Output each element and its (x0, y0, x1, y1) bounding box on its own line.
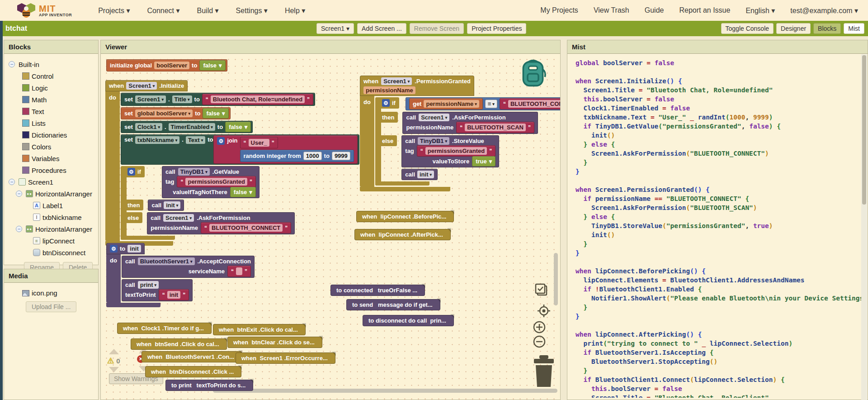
mutator-gear-icon[interactable]: ⚙ (382, 99, 390, 107)
collapsed-block-when-bluetoothserver1-con[interactable]: when BluetoothServer1 .Con... (142, 351, 242, 362)
block-logic-false[interactable]: false▾ (199, 60, 225, 71)
media-queue-icon[interactable] (533, 282, 549, 299)
block-logic-false[interactable]: false▾ (203, 108, 228, 119)
blocks-canvas[interactable]: initialize global boolServer to false▾ w… (101, 54, 560, 400)
remove-screen-button[interactable]: Remove Screen (410, 23, 464, 34)
menu-settings[interactable]: Settings ▾ (236, 6, 268, 15)
compare-op-dropdown[interactable]: =▾ (485, 100, 497, 108)
palette-item-procedures[interactable]: Procedures (4, 164, 98, 176)
collapsed-block-when-btndisconnect-click[interactable]: when btnDisconnect .Click ... (145, 366, 241, 377)
nav-link-my-projects[interactable]: My Projects (540, 6, 578, 14)
palette-item-label1[interactable]: ALabel1 (4, 200, 98, 211)
block-when-screen1-initialize[interactable]: when Screen1▾ .Initialize do set Screen1… (105, 80, 359, 246)
backpack-icon[interactable] (517, 57, 549, 90)
block-text-string[interactable]: “BLUETOOTH_CONNECT” (500, 98, 560, 110)
block-join[interactable]: ⚙ join “User_” random integer from 1000 … (213, 135, 357, 164)
block-initialize-global[interactable]: initialize global boolServer to false▾ (106, 59, 227, 71)
mutator-gear-icon[interactable]: ⚙ (110, 245, 118, 252)
collapsed-block-to-print-texttoprint-do-s[interactable]: to print textToPrint do s... (165, 380, 253, 391)
palette-item-lipconnect[interactable]: ≡lipConnect (4, 235, 98, 247)
collapsed-block-when-screen1-erroroccurre[interactable]: when Screen1 .ErrorOccurre... (236, 352, 335, 364)
palette-item-lists[interactable]: Lists (4, 117, 98, 129)
block-text-string[interactable]: “init” (159, 289, 189, 300)
mutator-gear-icon[interactable]: ⚙ (127, 168, 135, 176)
block-get-variable[interactable]: get permissionName▾ (409, 98, 483, 110)
collapsed-block-to-send-message-do-if-get[interactable]: to send message do if get... (346, 299, 440, 310)
procedure-name-field[interactable]: init (127, 245, 141, 252)
block-call-askforpermission[interactable]: call Screen1▾ .AskForPermission permissi… (147, 212, 295, 234)
block-if-then-else[interactable]: ⚙if call TinyDB1▾ .GetValue tag (121, 166, 295, 240)
number-field[interactable]: 9999 (332, 152, 350, 160)
mist-button[interactable]: Mist (844, 23, 864, 34)
block-call-tinydb-getvalue[interactable]: call TinyDB1▾ .GetValue tag “permissions… (162, 166, 259, 198)
nav-link-view-trash[interactable]: View Trash (594, 6, 629, 14)
menu-projects[interactable]: Projects ▾ (98, 6, 130, 15)
palette-item-text[interactable]: Text (4, 105, 98, 117)
block-call-acceptconnection[interactable]: call BluetoothServer1▾ .AcceptConnection… (122, 256, 255, 278)
variable-name-field[interactable]: boolServer (154, 62, 189, 69)
trash-can-icon[interactable] (529, 353, 558, 389)
collapsed-block-when-lipconnect-beforepic[interactable]: when lipConnect .BeforePic... (356, 211, 454, 222)
palette-item-horizontalarranger[interactable]: −●●HorizontalArranger (4, 188, 98, 200)
warnings-down-arrow[interactable] (109, 367, 119, 372)
palette-item-dictionaries[interactable]: Dictionaries (4, 129, 98, 141)
collapsed-block-when-btnclear-click-do-se[interactable]: when btnClear .Click do se... (227, 337, 322, 348)
palette-item-built-in[interactable]: −Built-in (4, 58, 98, 70)
collapse-minus-icon[interactable]: − (16, 226, 22, 232)
block-call-print[interactable]: call print▾ textToPrint “init” (122, 279, 193, 301)
collapsed-block-when-lipconnect-afterpick[interactable]: when lipConnect .AfterPick... (354, 229, 451, 240)
mist-scrollbar-thumb[interactable] (862, 55, 866, 205)
block-call-storevalue[interactable]: call TinyDB1▾ .StoreValue tag “permissio… (401, 135, 499, 167)
block-call-askforpermission[interactable]: call Screen1▾ .AskForPermission permissi… (402, 112, 538, 134)
palette-item-screen1[interactable]: −Screen1 (4, 176, 98, 188)
block-set-clock1-timerenabled[interactable]: set Clock1▾ . TimerEnabled▾ to false▾ (121, 121, 253, 133)
block-logic-true[interactable]: true▾ (472, 156, 495, 167)
media-file-item[interactable]: icon.png (22, 289, 98, 297)
block-text-string-empty[interactable]: “ ” (227, 266, 251, 277)
language-menu[interactable]: English ▾ (745, 6, 775, 15)
palette-item-logic[interactable]: Logic (4, 82, 98, 94)
blocks-button[interactable]: Blocks (813, 23, 841, 34)
block-text-string[interactable]: “User_” (240, 137, 278, 148)
palette-item-variables[interactable]: Variables (4, 152, 98, 164)
palette-item-txbnickname[interactable]: ItxbNickname (4, 211, 98, 223)
palette-item-btndisconnect[interactable]: btnDisconnect (4, 247, 98, 258)
nav-link-report-issue[interactable]: Report an Issue (679, 6, 730, 14)
block-equals-compare[interactable]: get permissionName▾ =▾ “BLUETOOTH_CONNEC… (406, 97, 560, 110)
block-text-string[interactable]: “Bluetooth Chat, Role=undefined” (202, 94, 313, 105)
block-when-permissiongranted[interactable]: when Screen1▾ .PermissionGranted permiss… (360, 76, 560, 191)
account-menu[interactable]: test@example.com ▾ (790, 6, 858, 15)
collapsed-block-to-disconnect-do-call-prin[interactable]: to disconnect do call prin... (363, 315, 454, 326)
number-field[interactable]: 1000 (303, 152, 322, 160)
event-param-chip[interactable]: permissionName (363, 86, 415, 94)
block-call-init[interactable]: call init▾ (401, 169, 438, 180)
mutator-gear-icon[interactable]: ⚙ (217, 137, 225, 145)
block-text-string[interactable]: “BLUETOOTH_SCAN” (456, 122, 534, 133)
designer-button[interactable]: Designer (776, 23, 811, 34)
block-logic-false[interactable]: false▾ (225, 122, 251, 132)
menu-connect[interactable]: Connect ▾ (147, 6, 179, 15)
palette-item-colors[interactable]: Colors (4, 141, 98, 152)
palette-item-control[interactable]: Control (4, 70, 98, 82)
block-text-string[interactable]: “permissionsGranted” (177, 176, 255, 187)
collapsed-block-to-connected-trueorfalse[interactable]: to connected trueOrFalse ... (330, 285, 425, 296)
block-set-screen1-title[interactable]: set Screen1▾ . Title▾ to “Bluetooth Chat… (121, 93, 315, 106)
block-logic-false[interactable]: false▾ (230, 187, 256, 197)
block-text-string[interactable]: “permissionsGranted” (417, 145, 495, 157)
menu-build[interactable]: Build ▾ (197, 6, 219, 15)
block-set-txbnickname-text[interactable]: set txbNickname▾ . Text▾ to ⚙ join “User… (121, 134, 359, 165)
collapsed-block-when-clock1-timer-do-if-g[interactable]: when Clock1 .Timer do if g... (117, 323, 212, 334)
block-procedure-to-init[interactable]: ⚙ to init do call BluetoothServer1▾ .Acc… (106, 243, 255, 307)
zoom-out-icon[interactable] (532, 334, 547, 349)
collapse-minus-icon[interactable]: − (9, 61, 15, 67)
mist-scrollbar-track[interactable] (861, 54, 867, 400)
block-set-global-boolserver[interactable]: set global boolServer▾ to false▾ (121, 107, 231, 119)
screen-selector-dropdown[interactable]: Screen1 ▾ (316, 23, 354, 34)
project-properties-button[interactable]: Project Properties (467, 23, 526, 34)
collapse-minus-icon[interactable]: − (16, 190, 22, 197)
zoom-in-icon[interactable] (532, 320, 547, 334)
menu-help[interactable]: Help ▾ (285, 6, 305, 15)
viewer-horizontal-scrollbar[interactable] (213, 389, 557, 393)
nav-link-guide[interactable]: Guide (645, 6, 664, 14)
component-dropdown[interactable]: Screen1▾ (126, 82, 157, 90)
